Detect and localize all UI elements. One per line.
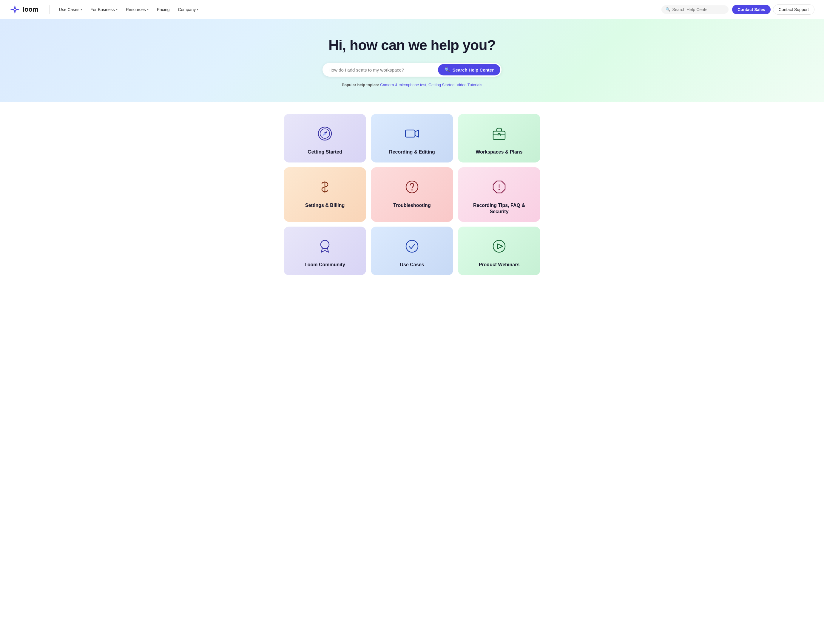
card-billing-label: Settings & Billing — [305, 202, 344, 209]
dollar-sign-icon — [314, 176, 336, 198]
card-recording-label: Recording & Editing — [389, 149, 435, 155]
svg-point-15 — [498, 189, 500, 190]
logo[interactable]: loom — [9, 4, 38, 15]
svg-point-12 — [411, 189, 413, 190]
svg-marker-6 — [415, 130, 418, 137]
nav-link-company[interactable]: Company ▾ — [174, 5, 202, 14]
svg-marker-19 — [498, 244, 503, 248]
card-workspaces-label: Workspaces & Plans — [475, 149, 523, 155]
briefcase-icon — [488, 123, 510, 144]
question-circle-icon — [401, 176, 423, 198]
nav-link-pricing[interactable]: Pricing — [153, 5, 173, 14]
hero-search-input[interactable] — [329, 67, 438, 72]
popular-topic-video-tutorials[interactable]: Video Tutorials — [457, 83, 483, 87]
nav-links: Use Cases ▾ For Business ▾ Resources ▾ P… — [55, 5, 662, 14]
play-circle-icon — [488, 236, 510, 257]
checkmark-circle-icon — [401, 236, 423, 257]
card-getting-started[interactable]: Getting Started — [284, 114, 366, 163]
loom-logo-icon — [9, 4, 20, 15]
svg-point-17 — [406, 240, 418, 252]
nav-link-resources[interactable]: Resources ▾ — [122, 5, 152, 14]
card-settings-billing[interactable]: Settings & Billing — [284, 167, 366, 222]
svg-point-16 — [321, 240, 329, 248]
search-icon: 🔍 — [444, 67, 450, 72]
card-use-cases[interactable]: Use Cases — [371, 227, 453, 275]
logo-text: loom — [23, 6, 38, 14]
card-use-cases-label: Use Cases — [400, 262, 424, 268]
svg-point-0 — [14, 9, 15, 10]
card-troubleshooting[interactable]: Troubleshooting — [371, 167, 453, 222]
svg-rect-5 — [406, 130, 415, 137]
card-product-webinars[interactable]: Product Webinars — [458, 227, 540, 275]
hero-search-button[interactable]: 🔍 Search Help Center — [438, 64, 500, 75]
alert-octagon-icon — [488, 176, 510, 198]
svg-point-11 — [406, 181, 418, 193]
chevron-down-icon: ▾ — [116, 8, 118, 11]
chevron-down-icon: ▾ — [147, 8, 149, 11]
search-icon: 🔍 — [666, 7, 670, 12]
svg-rect-7 — [493, 131, 505, 140]
award-ribbon-icon — [314, 236, 336, 257]
popular-topic-getting-started[interactable]: Getting Started — [428, 83, 454, 87]
popular-topic-camera[interactable]: Camera & microphone test — [380, 83, 426, 87]
help-categories-grid: Getting Started Recording & Editing Work… — [278, 114, 546, 275]
card-community-label: Loom Community — [304, 262, 345, 268]
nav-search-bar[interactable]: 🔍 — [661, 5, 729, 14]
chevron-down-icon: ▾ — [80, 8, 82, 11]
contact-sales-button[interactable]: Contact Sales — [732, 5, 770, 14]
card-loom-community[interactable]: Loom Community — [284, 227, 366, 275]
hero-search-bar: 🔍 Search Help Center — [323, 63, 501, 77]
hero-section: Hi, how can we help you? 🔍 Search Help C… — [0, 19, 824, 102]
svg-point-18 — [493, 240, 505, 252]
card-workspaces-plans[interactable]: Workspaces & Plans — [458, 114, 540, 163]
card-getting-started-label: Getting Started — [307, 149, 342, 155]
nav-divider — [49, 5, 49, 14]
contact-support-button[interactable]: Contact Support — [773, 5, 815, 15]
nav-link-use-cases[interactable]: Use Cases ▾ — [55, 5, 86, 14]
card-recording-tips[interactable]: Recording Tips, FAQ & Security — [458, 167, 540, 222]
popular-topics: Popular help topics: Camera & microphone… — [6, 83, 818, 87]
video-camera-icon — [401, 123, 423, 144]
compass-icon — [314, 123, 336, 144]
card-recording-editing[interactable]: Recording & Editing — [371, 114, 453, 163]
navigation: loom Use Cases ▾ For Business ▾ Resource… — [0, 0, 824, 19]
nav-search-input[interactable] — [672, 7, 724, 12]
nav-link-for-business[interactable]: For Business ▾ — [87, 5, 121, 14]
card-troubleshooting-label: Troubleshooting — [393, 202, 430, 209]
chevron-down-icon: ▾ — [197, 8, 198, 11]
card-webinars-label: Product Webinars — [479, 262, 520, 268]
hero-heading: Hi, how can we help you? — [6, 37, 818, 54]
card-tips-label: Recording Tips, FAQ & Security — [464, 202, 534, 215]
